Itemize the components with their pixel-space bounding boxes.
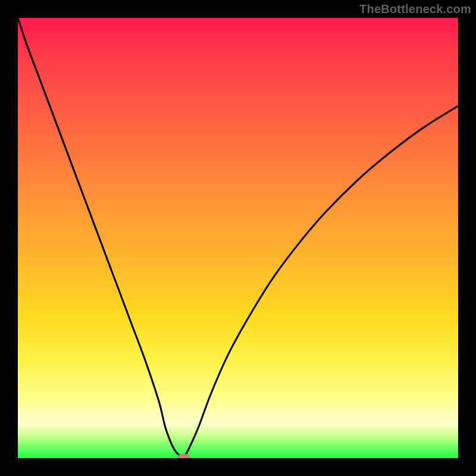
curve-path: [18, 18, 458, 458]
plot-area: [18, 18, 458, 458]
chart-frame: TheBottleneck.com: [0, 0, 476, 476]
optimum-marker: [177, 454, 190, 458]
watermark-text: TheBottleneck.com: [359, 2, 471, 16]
bottleneck-curve: [18, 18, 458, 458]
